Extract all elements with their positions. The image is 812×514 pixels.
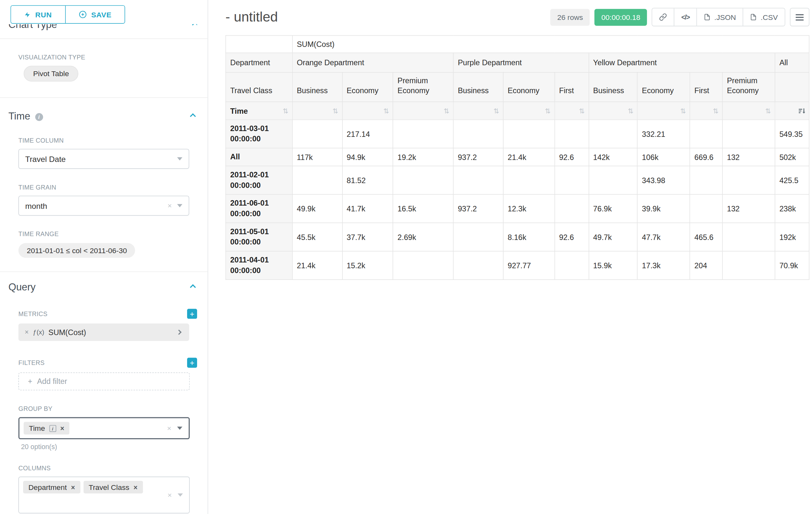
data-cell: 117k: [292, 148, 342, 166]
view-query-button[interactable]: </>: [674, 8, 696, 26]
time-grain-value: month: [25, 201, 47, 210]
file-icon: [750, 13, 757, 21]
tag-label: Time: [29, 424, 45, 432]
columns-select[interactable]: Department×Travel Class× ×: [18, 477, 190, 514]
sort-toggle-icon[interactable]: ⇅: [443, 107, 449, 114]
sortable-column-header[interactable]: ⇅: [393, 102, 454, 120]
add-metric-button[interactable]: +: [187, 309, 197, 319]
group-by-options-count: 20 option(s): [21, 443, 208, 451]
sorted-column-header[interactable]: [775, 102, 809, 120]
pivot-row: 2011-06-01 00:00:0049.9k41.7k16.5k937.21…: [226, 194, 809, 223]
chart-title[interactable]: - untitled: [226, 9, 278, 25]
csv-label: .CSV: [761, 13, 778, 21]
clear-icon[interactable]: ×: [168, 201, 177, 210]
travel-class-header: Business: [453, 72, 503, 102]
group-by-select[interactable]: Timei× ×: [18, 417, 190, 439]
filters-label: FILTERS: [18, 359, 45, 367]
data-cell: 94.9k: [342, 148, 393, 166]
info-icon[interactable]: i: [49, 425, 56, 431]
sortable-column-header[interactable]: ⇅: [555, 102, 589, 120]
data-cell: 19.2k: [393, 148, 454, 166]
travel-class-axis-header: Travel Class: [226, 72, 292, 102]
time-section-header[interactable]: Time i: [8, 110, 197, 122]
sort-toggle-icon[interactable]: ⇅: [332, 107, 338, 114]
query-section-header[interactable]: Query: [8, 281, 197, 293]
data-cell: 132: [722, 194, 775, 223]
remove-tag-icon[interactable]: ×: [134, 484, 137, 491]
menu-icon: [795, 14, 804, 20]
sortable-column-header[interactable]: ⇅: [722, 102, 775, 120]
pivot-row: All117k94.9k19.2k937.221.4k92.6142k106k6…: [226, 148, 809, 166]
data-cell: 12.3k: [503, 194, 555, 223]
sort-toggle-icon[interactable]: ⇅: [628, 107, 634, 114]
travel-class-header: Business: [292, 72, 342, 102]
pivot-row: 2011-05-01 00:00:0045.5k37.7k2.69k8.16k9…: [226, 223, 809, 251]
sort-toggle-icon[interactable]: ⇅: [494, 107, 499, 114]
sort-toggle-icon[interactable]: ⇅: [545, 107, 551, 114]
sort-toggle-icon[interactable]: ⇅: [383, 107, 389, 114]
data-cell: 81.52: [342, 166, 393, 194]
export-csv-button[interactable]: .CSV: [743, 8, 784, 26]
add-filter-button[interactable]: + Add filter: [18, 372, 190, 390]
row-header: 2011-03-01 00:00:00: [226, 120, 292, 148]
export-json-button[interactable]: .JSON: [696, 8, 743, 26]
sortable-column-header[interactable]: ⇅: [453, 102, 503, 120]
caret-down-icon: [177, 204, 182, 207]
add-filter-plus-button[interactable]: +: [187, 358, 197, 368]
clear-all-icon[interactable]: ×: [167, 424, 171, 432]
data-cell: 927.77: [503, 251, 555, 279]
sortable-column-header[interactable]: ⇅: [690, 102, 722, 120]
sort-toggle-icon[interactable]: ⇅: [579, 107, 585, 114]
save-button[interactable]: SAVE: [65, 6, 124, 23]
remove-tag-icon[interactable]: ×: [60, 425, 64, 431]
plus-icon: +: [28, 377, 32, 385]
data-cell: [292, 166, 342, 194]
row-header: 2011-04-01 00:00:00: [226, 251, 292, 279]
time-range-value[interactable]: 2011-01-01 ≤ col < 2011-06-30: [18, 243, 135, 258]
data-cell: 15.9k: [589, 251, 637, 279]
sort-toggle-icon[interactable]: ⇅: [680, 107, 686, 114]
time-grain-select[interactable]: month ×: [18, 196, 189, 216]
link-icon: [659, 13, 667, 21]
selected-option-tag[interactable]: Timei×: [24, 422, 70, 434]
chart-panel: - untitled 26 rows 00:00:00.18 </> .JSON: [208, 0, 812, 514]
remove-metric-icon[interactable]: ×: [25, 328, 29, 336]
data-cell: 37.7k: [342, 223, 393, 251]
copy-link-button[interactable]: [652, 8, 674, 26]
data-cell: 106k: [637, 148, 690, 166]
time-column-select[interactable]: Travel Date: [18, 149, 189, 169]
function-icon: ƒ(x): [33, 329, 44, 336]
metric-pill[interactable]: × ƒ(x) SUM(Cost): [18, 324, 189, 341]
filters-label-row: FILTERS +: [18, 358, 197, 368]
time-section-title: Time: [8, 110, 30, 122]
selected-option-tag[interactable]: Travel Class×: [83, 481, 143, 493]
menu-button[interactable]: [790, 8, 809, 26]
data-cell: [393, 166, 454, 194]
data-cell: 49.9k: [292, 194, 342, 223]
data-cell: [722, 166, 775, 194]
sort-descending-icon[interactable]: [798, 107, 805, 114]
plus-circle-icon: [79, 10, 87, 19]
pivot-row: 2011-02-01 00:00:0081.52343.98425.5: [226, 166, 809, 194]
sortable-column-header[interactable]: ⇅: [637, 102, 690, 120]
action-button-row: RUN SAVE: [0, 0, 208, 24]
sortable-column-header[interactable]: ⇅: [589, 102, 637, 120]
sortable-column-header[interactable]: ⇅: [292, 102, 342, 120]
travel-class-header: Premium Economy: [393, 72, 454, 102]
selected-option-tag[interactable]: Department×: [23, 481, 80, 493]
sort-toggle-icon[interactable]: ⇅: [765, 107, 771, 114]
data-cell: [722, 251, 775, 279]
sort-toggle-icon[interactable]: ⇅: [713, 107, 719, 114]
run-button[interactable]: RUN: [11, 6, 65, 23]
chart-type-section-header[interactable]: Chart Type: [8, 24, 197, 33]
time-column-label: TIME COLUMN: [18, 137, 189, 144]
time-row-axis-header[interactable]: Time⇅: [226, 102, 292, 120]
sortable-column-header[interactable]: ⇅: [503, 102, 555, 120]
sort-toggle-icon[interactable]: ⇅: [283, 107, 289, 114]
visualization-type-value[interactable]: Pivot Table: [24, 66, 79, 82]
sortable-column-header[interactable]: ⇅: [342, 102, 393, 120]
data-cell: [690, 166, 722, 194]
query-section-title: Query: [8, 281, 36, 293]
remove-tag-icon[interactable]: ×: [71, 484, 75, 491]
clear-all-icon[interactable]: ×: [168, 491, 172, 499]
